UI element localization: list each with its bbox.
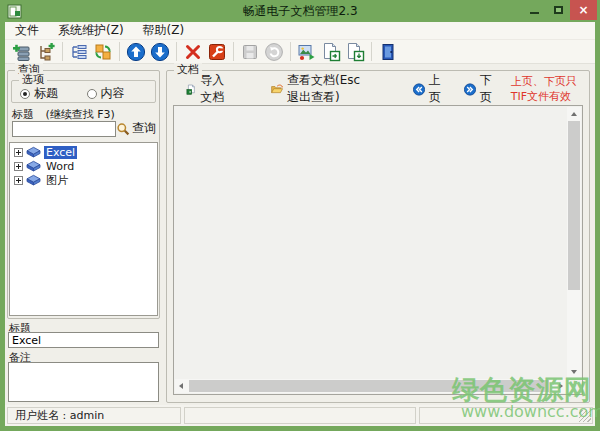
save-button[interactable] [238, 41, 262, 63]
status-pane-right [419, 407, 593, 424]
prev-page-button[interactable]: 上页 [413, 72, 446, 106]
horizontal-scroll-thumb[interactable] [189, 380, 549, 392]
toolbar-separator [233, 42, 234, 61]
exit-door-icon [378, 42, 398, 62]
radio-dot-icon [20, 89, 30, 99]
search-label: 标题 [12, 108, 34, 121]
menu-bar: 文件 系统维护(Z) 帮助(Z) [5, 22, 595, 40]
radio-dot-icon [87, 89, 97, 99]
add-node-icon [36, 42, 56, 62]
vertical-scroll-thumb[interactable] [568, 121, 580, 290]
scroll-down-icon[interactable] [571, 370, 577, 374]
next-page-icon [464, 81, 476, 98]
radio-search-content[interactable]: 内容 [87, 85, 154, 102]
export-image-icon [297, 42, 317, 62]
tree-outline-button[interactable] [67, 41, 91, 63]
add-category-icon [12, 42, 32, 62]
edit-wrench-icon [207, 42, 227, 62]
content-area: 查询 选项 标题 内容 [5, 65, 595, 404]
export-image-button[interactable] [295, 41, 319, 63]
document-viewer [173, 105, 583, 395]
titlebar: 畅通电子文档管理2.3 × [0, 0, 600, 22]
move-up-icon [126, 42, 146, 62]
query-groupbox: 查询 选项 标题 内容 [7, 70, 160, 319]
view-document-button[interactable]: 查看文档(Esc退出查看) [271, 72, 364, 106]
exit-button[interactable] [376, 41, 400, 63]
book-icon [26, 160, 41, 172]
document-groupbox: 文档 导入文档 查看文档(Esc退出查看) 上页 [166, 70, 590, 403]
search-label-row: 标题 (继续查找 F3) [12, 107, 115, 122]
scroll-up-icon[interactable] [571, 112, 577, 116]
refresh-category-button[interactable] [91, 41, 115, 63]
status-user-pane: 用户姓名 : admin [7, 407, 181, 424]
move-up-button[interactable] [124, 41, 148, 63]
toolbar-separator [371, 42, 372, 61]
radio-search-title[interactable]: 标题 [20, 85, 87, 102]
book-icon [26, 174, 41, 186]
import-document-label: 导入文档 [200, 72, 229, 106]
toolbar [5, 40, 595, 64]
tree-item-pictures[interactable]: 图片 [10, 173, 157, 187]
status-bar: 用户姓名 : admin [5, 405, 595, 426]
scroll-right-icon[interactable] [559, 383, 563, 389]
category-tree: Excel Word 图片 [9, 142, 158, 316]
search-button[interactable]: 查询 [116, 120, 156, 137]
search-button-label: 查询 [132, 120, 156, 137]
search-hint: (继续查找 F3) [46, 108, 115, 121]
add-node-button[interactable] [34, 41, 58, 63]
menu-help[interactable]: 帮助(Z) [141, 21, 187, 40]
tree-item-excel[interactable]: Excel [10, 145, 157, 159]
page-tip-text: 上页、下页只TIF文件有效 [511, 74, 589, 104]
next-page-button[interactable]: 下页 [464, 72, 497, 106]
import-document-button[interactable]: 导入文档 [186, 72, 229, 106]
resize-grip[interactable] [579, 410, 591, 422]
tree-item-label: Excel [44, 146, 77, 159]
tree-item-label: Word [44, 160, 76, 173]
menu-file[interactable]: 文件 [13, 21, 41, 40]
delete-button[interactable] [181, 41, 205, 63]
horizontal-scrollbar[interactable] [175, 379, 567, 393]
toolbar-separator [290, 42, 291, 61]
app-window: 畅通电子文档管理2.3 × 文件 系统维护(Z) 帮助(Z) [0, 0, 600, 431]
undo-icon [264, 42, 284, 62]
left-panel: 查询 选项 标题 内容 [6, 65, 162, 404]
open-folder-icon [271, 81, 283, 97]
toolbar-separator [176, 42, 177, 61]
copy-document-icon [321, 42, 341, 62]
radio-title-label: 标题 [34, 85, 58, 102]
close-button[interactable]: × [570, 0, 597, 20]
copy-document-button[interactable] [319, 41, 343, 63]
vertical-scrollbar[interactable] [567, 107, 581, 379]
move-down-icon [150, 42, 170, 62]
title-field[interactable] [8, 332, 159, 348]
add-category-button[interactable] [10, 41, 34, 63]
menu-maintenance[interactable]: 系统维护(Z) [56, 21, 126, 40]
import-document-icon [186, 81, 196, 98]
tree-item-label: 图片 [44, 173, 70, 188]
view-document-label: 查看文档(Esc退出查看) [287, 72, 364, 106]
search-input[interactable] [12, 121, 116, 137]
options-groupbox: 选项 标题 内容 [11, 80, 156, 103]
undo-button[interactable] [262, 41, 286, 63]
expand-plus-icon [14, 148, 23, 157]
status-pane-middle [184, 407, 416, 424]
refresh-category-icon [93, 42, 113, 62]
minimize-button[interactable] [522, 0, 546, 20]
edit-button[interactable] [205, 41, 229, 63]
maximize-button[interactable] [546, 0, 570, 20]
window-title: 畅通电子文档管理2.3 [0, 3, 600, 20]
tree-item-word[interactable]: Word [10, 159, 157, 173]
paste-document-button[interactable] [343, 41, 367, 63]
status-user-text: 用户姓名 : admin [15, 408, 104, 423]
note-field[interactable] [8, 362, 159, 402]
magnifier-icon [116, 122, 130, 136]
toolbar-separator [62, 42, 63, 61]
scroll-left-icon[interactable] [179, 383, 183, 389]
delete-icon [183, 42, 203, 62]
expand-plus-icon [14, 176, 23, 185]
prev-page-label: 上页 [429, 72, 446, 106]
prev-page-icon [413, 81, 425, 98]
move-down-button[interactable] [148, 41, 172, 63]
expand-plus-icon [14, 162, 23, 171]
document-toolbar: 导入文档 查看文档(Esc退出查看) 上页 下页 上页、下页只TIF文件有效 [167, 77, 589, 101]
